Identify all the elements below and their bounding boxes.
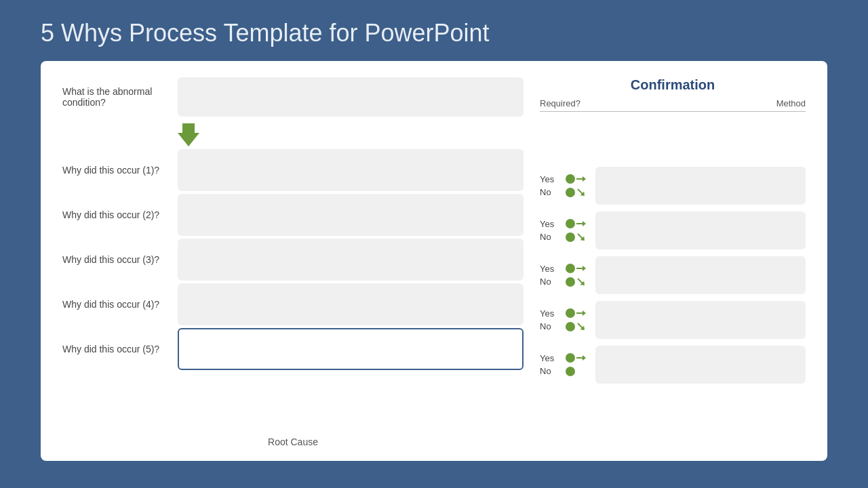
yes-icon-2[interactable]	[566, 219, 590, 228]
no-label-3: No	[540, 277, 560, 287]
why-row-5: Why did this occur (5)?	[62, 328, 524, 370]
key-circle-no-4	[566, 322, 575, 331]
yes-label-1: Yes	[540, 174, 560, 184]
yes-label-5: Yes	[540, 353, 560, 363]
why-input-2[interactable]	[178, 194, 524, 236]
confirmation-title: Confirmation	[540, 77, 806, 98]
down-arrow-container	[178, 123, 199, 146]
conf-row-1: Yes No	[540, 165, 806, 207]
yes-no-4: Yes No	[540, 308, 560, 331]
yes-no-3: Yes No	[540, 264, 560, 287]
key-circle-yes-1	[566, 174, 575, 184]
arrow-row	[62, 121, 524, 149]
yes-icon-5[interactable]	[566, 353, 590, 363]
no-icon-1[interactable]	[566, 188, 590, 197]
method-box-5[interactable]	[595, 346, 806, 384]
icons-col-1	[566, 174, 590, 197]
root-cause-label: Root Cause	[62, 432, 524, 447]
conf-rows: Yes No	[540, 165, 806, 447]
why-rows: Why did this occur (1)? Why did this occ…	[62, 149, 524, 432]
arrow-head	[178, 133, 199, 146]
key-circle-yes-4	[566, 308, 575, 318]
conf-row-4: Yes No	[540, 299, 806, 341]
icons-col-5	[566, 353, 590, 376]
no-icon-3[interactable]	[566, 277, 590, 287]
no-label-5: No	[540, 366, 560, 376]
key-arrow-yes-4	[576, 310, 586, 316]
why-input-4[interactable]	[178, 283, 524, 325]
key-circle-yes-5	[566, 353, 575, 363]
why-label-5: Why did this occur (5)?	[62, 344, 164, 354]
why-input-5[interactable]	[178, 328, 524, 370]
key-circle-yes-3	[566, 264, 575, 273]
why-label-1: Why did this occur (1)?	[62, 165, 164, 176]
no-icon-4[interactable]	[566, 322, 590, 331]
right-section: Confirmation Required? Method Yes No	[540, 77, 806, 447]
why-input-1[interactable]	[178, 149, 524, 191]
key-arrow-no-1	[576, 187, 587, 198]
conf-row-2: Yes No	[540, 209, 806, 251]
key-circle-no-2	[566, 232, 575, 242]
yes-label-3: Yes	[540, 264, 560, 274]
yes-icon-4[interactable]	[566, 308, 590, 318]
no-label-2: No	[540, 232, 560, 242]
abnormal-label: What is the abnormal condition?	[62, 86, 164, 108]
why-row-2: Why did this occur (2)?	[62, 194, 524, 236]
method-box-4[interactable]	[595, 301, 806, 339]
key-arrow-yes-1	[576, 176, 586, 182]
key-arrow-no-2	[576, 232, 587, 243]
yes-no-1: Yes No	[540, 174, 560, 197]
why-row-1: Why did this occur (1)?	[62, 149, 524, 191]
no-icon-2[interactable]	[566, 232, 590, 242]
abnormal-row: What is the abnormal condition?	[62, 77, 524, 121]
conf-spacer	[540, 112, 806, 159]
method-box-1[interactable]	[595, 167, 806, 205]
abnormal-input[interactable]	[178, 77, 524, 117]
why-label-4: Why did this occur (4)?	[62, 299, 164, 310]
icons-col-3	[566, 264, 590, 287]
main-card: What is the abnormal condition? Why did …	[41, 61, 827, 461]
why-label-2: Why did this occur (2)?	[62, 209, 164, 220]
key-circle-yes-2	[566, 219, 575, 228]
why-input-3[interactable]	[178, 239, 524, 281]
yes-no-2: Yes No	[540, 219, 560, 242]
key-circle-no-3	[566, 277, 575, 287]
conf-row-5: Yes No	[540, 344, 806, 386]
conf-row-3: Yes No	[540, 254, 806, 296]
no-label-1: No	[540, 187, 560, 197]
conf-header: Required? Method	[540, 98, 806, 112]
yes-icon-3[interactable]	[566, 264, 590, 273]
no-icon-5[interactable]	[566, 367, 590, 376]
key-arrow-yes-3	[576, 266, 586, 271]
icons-col-4	[566, 308, 590, 331]
why-row-3: Why did this occur (3)?	[62, 239, 524, 281]
yes-icon-1[interactable]	[566, 174, 590, 184]
icons-col-2	[566, 219, 590, 242]
yes-label-2: Yes	[540, 219, 560, 229]
key-circle-no-1	[566, 188, 575, 197]
key-arrow-yes-2	[576, 221, 586, 226]
method-box-3[interactable]	[595, 256, 806, 294]
key-arrow-yes-5	[576, 355, 586, 361]
method-box-2[interactable]	[595, 211, 806, 249]
why-row-4: Why did this occur (4)?	[62, 283, 524, 325]
left-section: What is the abnormal condition? Why did …	[62, 77, 524, 447]
method-label: Method	[776, 98, 806, 108]
required-label: Required?	[540, 98, 580, 108]
page-title: 5 Whys Process Template for PowerPoint	[0, 0, 868, 61]
why-label-3: Why did this occur (3)?	[62, 254, 164, 265]
yes-label-4: Yes	[540, 308, 560, 319]
key-circle-no-5	[566, 367, 575, 376]
no-label-4: No	[540, 321, 560, 331]
yes-no-5: Yes No	[540, 353, 560, 376]
key-arrow-no-4	[576, 321, 587, 332]
key-arrow-no-3	[576, 277, 587, 287]
